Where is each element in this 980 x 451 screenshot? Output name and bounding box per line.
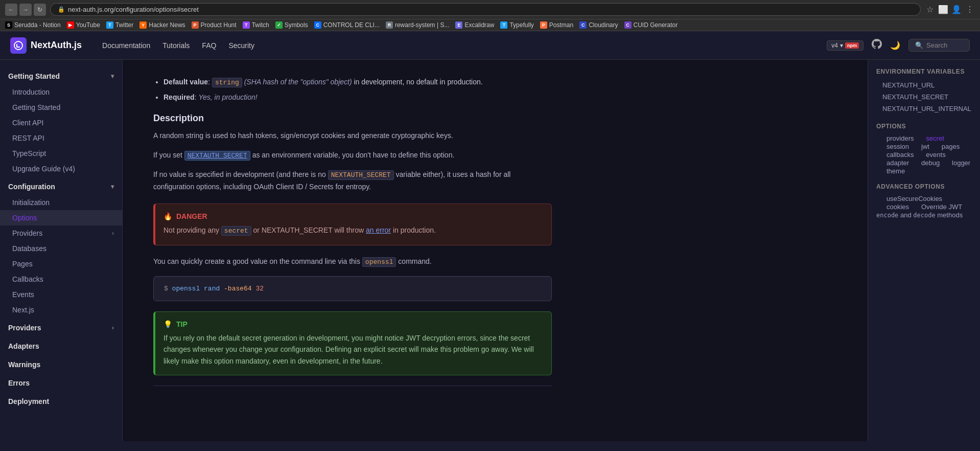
nav-tutorials[interactable]: Tutorials [162, 41, 190, 50]
forward-button[interactable]: → [19, 4, 32, 16]
sidebar-section-header-errors[interactable]: Errors [0, 375, 122, 391]
bookmark-twitch[interactable]: T Twitch [243, 21, 269, 29]
bookmark-cuid[interactable]: C CUID Generator [624, 21, 678, 29]
sidebar-item-typescript[interactable]: TypeScript [0, 146, 122, 161]
app-layout: NextAuth.js Documentation Tutorials FAQ … [0, 31, 980, 441]
right-sidebar-theme[interactable]: theme [876, 166, 905, 176]
sidebar-item-events[interactable]: Events [0, 287, 122, 302]
bookmark-reward[interactable]: R reward-system | S... [386, 21, 449, 29]
address-bar[interactable]: 🔒 next-auth.js.org/configuration/options… [50, 3, 921, 16]
sidebar-item-options[interactable]: Options [0, 210, 122, 226]
refresh-button[interactable]: ↻ [34, 4, 46, 16]
bullet-label-required: Required [164, 93, 195, 101]
nav-buttons: ← → ↻ [5, 4, 46, 16]
sidebar-section-getting-started: Getting Started ▾ Introduction Getting S… [0, 68, 122, 176]
bookmark-cloudinary[interactable]: C Cloudinary [579, 21, 618, 29]
content-divider [153, 386, 552, 386]
version-text: v4 [831, 42, 838, 49]
secret-code: secret [221, 226, 251, 236]
sidebar-section-label: Adapters [8, 342, 39, 350]
bullet-item-default: Default value: string (SHA hash of the "… [164, 76, 552, 88]
sidebar-section-header-getting-started[interactable]: Getting Started ▾ [0, 68, 122, 84]
para3-before: If no value is specified in development … [153, 170, 328, 178]
sidebar-item-getting-started[interactable]: Getting Started [0, 100, 122, 115]
sidebar-section-header-warnings[interactable]: Warnings [0, 356, 122, 373]
sidebar-section-header-configuration[interactable]: Configuration ▾ [0, 178, 122, 195]
sidebar-section-label: Warnings [8, 360, 40, 369]
bookmark-postman[interactable]: P Postman [540, 21, 573, 29]
bookmark-excalidraw[interactable]: E Excalidraw [455, 21, 494, 29]
nav-security[interactable]: Security [228, 41, 254, 50]
bookmark-hackernews[interactable]: Y Hacker News [139, 21, 185, 29]
sidebar-section-header-providers[interactable]: Providers › [0, 320, 122, 336]
sidebar-item-providers[interactable]: Providers › [0, 226, 122, 241]
danger-before: Not providing any [164, 226, 221, 234]
sidebar-item-client-api[interactable]: Client API [0, 115, 122, 130]
right-sidebar-debug[interactable]: debug [911, 157, 940, 168]
nav-documentation[interactable]: Documentation [102, 41, 150, 50]
nav-right: v4 ▾ npm 🌙 🔍 Search [827, 39, 970, 52]
bullet-list: Default value: string (SHA hash of the "… [164, 76, 552, 103]
dollar-sign: $ [164, 285, 172, 292]
right-sidebar-nextauth-url-internal[interactable]: NEXTAUTH_URL_INTERNAL [876, 103, 972, 115]
extensions-icon[interactable]: ⬜ [938, 5, 948, 14]
nav-faq[interactable]: FAQ [202, 41, 216, 50]
sidebar-item-databases[interactable]: Databases [0, 241, 122, 256]
moon-icon[interactable]: 🌙 [890, 40, 900, 50]
sidebar-item-label: Upgrade Guide (v4) [12, 165, 75, 173]
sidebar-section-header-deployment[interactable]: Deployment [0, 393, 122, 410]
top-nav: NextAuth.js Documentation Tutorials FAQ … [0, 31, 980, 60]
sidebar-section-adapters: Adapters [0, 338, 122, 354]
bookmark-serudda[interactable]: S Serudda - Notion [5, 21, 61, 29]
tip-box-title: 💡 TIP [164, 320, 543, 328]
sidebar-item-nextjs[interactable]: Next.js [0, 302, 122, 318]
content-inner: Default value: string (SHA hash of the "… [153, 60, 552, 409]
danger-box-content: Not providing any secret or NEXTAUTH_SEC… [164, 224, 543, 237]
sidebar-item-rest-api[interactable]: REST API [0, 130, 122, 146]
right-sidebar-nextauth-secret[interactable]: NEXTAUTH_SECRET [876, 91, 972, 103]
nextauth-secret-link[interactable]: NEXTAUTH_SECRET [184, 151, 250, 161]
sidebar-item-callbacks[interactable]: Callbacks [0, 272, 122, 287]
main-content: Getting Started ▾ Introduction Getting S… [0, 60, 980, 441]
override-decode-code: decode [913, 212, 935, 219]
code-openssl: openssl [172, 285, 200, 292]
bookmark-youtube[interactable]: ▶ YouTube [67, 21, 100, 29]
sidebar-item-label: Client API [12, 119, 43, 127]
para2: If you set NEXTAUTH_SECRET as an environ… [153, 149, 552, 162]
bookmark-twitter[interactable]: T Twitter [106, 21, 133, 29]
search-icon: 🔍 [915, 41, 923, 49]
bookmark-favicon: P [192, 21, 199, 29]
search-bar[interactable]: 🔍 Search [908, 39, 970, 52]
danger-after: in production. [393, 226, 436, 234]
browser-actions: ☆ ⬜ 👤 ⋮ [925, 5, 975, 14]
back-button[interactable]: ← [5, 4, 17, 16]
sidebar-item-upgrade-guide[interactable]: Upgrade Guide (v4) [0, 161, 122, 176]
chevron-down-icon: ▾ [840, 42, 843, 49]
sidebar-section-header-adapters[interactable]: Adapters [0, 338, 122, 354]
sidebar-item-label: Events [12, 290, 34, 299]
logo-icon [10, 37, 27, 54]
profile-icon[interactable]: 👤 [951, 5, 962, 14]
sidebar-item-label: Introduction [12, 88, 50, 96]
an-error-link[interactable]: an error [366, 226, 391, 234]
github-icon[interactable] [872, 39, 882, 52]
bookmark-producthunt[interactable]: P Product Hunt [192, 21, 237, 29]
bookmark-control[interactable]: C CONTROL DE CLI... [314, 21, 380, 29]
sidebar-section-label: Configuration [8, 183, 55, 191]
chevron-down-icon: ▾ [111, 183, 114, 190]
sidebar-section-errors: Errors [0, 375, 122, 391]
sidebar-item-introduction[interactable]: Introduction [0, 84, 122, 100]
para1: A random string is used to hash tokens, … [153, 130, 552, 142]
code-num: 32 [255, 285, 264, 292]
openssl-code: openssl [362, 257, 396, 267]
version-badge[interactable]: v4 ▾ npm [827, 40, 864, 51]
sidebar-item-pages[interactable]: Pages [0, 256, 122, 272]
right-sidebar-nextauth-url[interactable]: NEXTAUTH_URL [876, 79, 972, 91]
sidebar-item-initialization[interactable]: Initialization [0, 195, 122, 210]
bookmark-symbols[interactable]: ✓ Symbols [275, 21, 308, 29]
right-sidebar-logger[interactable]: logger [942, 157, 970, 168]
bookmark-typefully[interactable]: T Typefully [500, 21, 533, 29]
star-icon[interactable]: ☆ [925, 5, 935, 14]
code-flag: -base64 [224, 285, 252, 292]
menu-icon[interactable]: ⋮ [965, 5, 975, 14]
